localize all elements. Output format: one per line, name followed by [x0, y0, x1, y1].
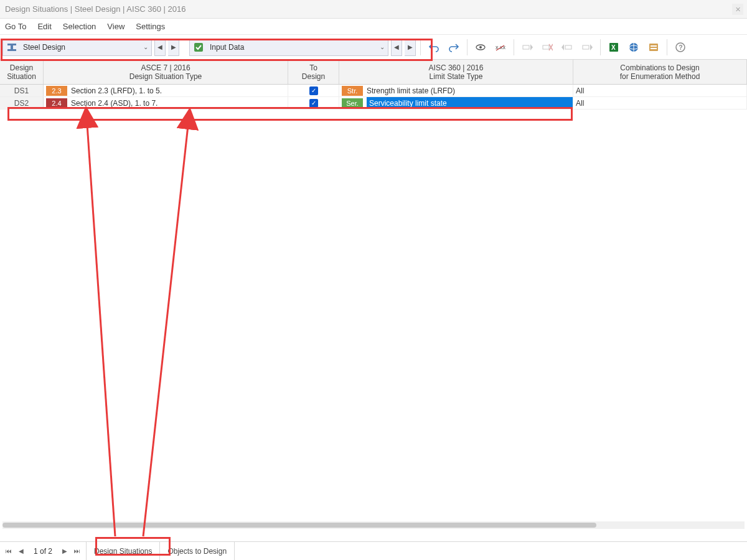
pager-first-button[interactable]: ⏮ — [4, 545, 14, 558]
move-left-button[interactable] — [558, 39, 576, 56]
grid: Design Situation ASCE 7 | 2016 Design Si… — [0, 60, 747, 535]
row-id: DS2 — [0, 97, 44, 109]
checkbox-icon[interactable]: ✓ — [309, 99, 318, 108]
type-badge: 2.4 — [46, 98, 67, 108]
menu-view[interactable]: View — [107, 22, 125, 31]
menu-goto[interactable]: Go To — [5, 22, 26, 31]
close-button[interactable]: ✕ — [732, 4, 743, 15]
cell-limit-state[interactable]: Ser. Serviceability limit state — [339, 97, 573, 109]
combo2-prev-button[interactable]: ◀ — [391, 39, 402, 56]
pager-last-button[interactable]: ⏭ — [72, 545, 82, 558]
menu-settings[interactable]: Settings — [136, 22, 165, 31]
combo1-prev-button[interactable]: ◀ — [154, 39, 166, 56]
menu-edit[interactable]: Edit — [37, 22, 51, 31]
move-right-button[interactable] — [578, 39, 596, 56]
input-data-icon — [191, 40, 206, 55]
separator — [420, 39, 421, 55]
footer: ⏮ ◀ 1 of 2 ▶ ⏭ Design Situations Objects… — [0, 541, 747, 560]
pager-next-button[interactable]: ▶ — [60, 545, 70, 558]
limit-text-selected: Serviceability limit state — [367, 97, 573, 109]
svg-rect-0 — [194, 43, 203, 52]
pager: ⏮ ◀ 1 of 2 ▶ ⏭ — [0, 542, 87, 560]
svg-rect-17 — [651, 45, 657, 47]
table-row[interactable]: DS1 2.3 Section 2.3 (LRFD), 1. to 5. ✓ S… — [0, 85, 747, 97]
header-combinations[interactable]: Combinations to Design for Enumeration M… — [573, 60, 747, 84]
limit-text: Strength limit state (LRFD) — [367, 86, 455, 95]
svg-rect-16 — [649, 44, 658, 51]
web-button[interactable] — [625, 39, 642, 56]
header-to-design[interactable]: To Design — [288, 60, 339, 84]
cell-to-design[interactable]: ✓ — [288, 85, 339, 96]
cell-situation-type[interactable]: 2.3 Section 2.3 (LRFD), 1. to 5. — [44, 85, 288, 96]
combo-label: Steel Design — [19, 43, 140, 52]
cell-to-design[interactable]: ✓ — [288, 97, 339, 109]
grid-header: Design Situation ASCE 7 | 2016 Design Si… — [0, 60, 747, 85]
titlebar: Design Situations | Steel Design | AISC … — [0, 0, 747, 19]
combo1-next-button[interactable]: ▶ — [168, 39, 179, 56]
pager-label: 1 of 2 — [29, 547, 57, 556]
table-row[interactable]: DS2 2.4 Section 2.4 (ASD), 1. to 7. ✓ Se… — [0, 97, 747, 110]
checkbox-icon[interactable]: ✓ — [309, 86, 318, 95]
cell-combinations[interactable]: All — [573, 85, 747, 96]
steel-beam-icon — [4, 40, 19, 55]
row-id: DS1 — [0, 85, 44, 96]
separator — [667, 39, 667, 55]
settings-dialog-button[interactable] — [645, 39, 662, 56]
combo2-next-button[interactable]: ▶ — [405, 39, 416, 56]
chevron-down-icon: ⌄ — [140, 44, 151, 50]
horizontal-scrollbar[interactable] — [2, 521, 745, 529]
tab-design-situations[interactable]: Design Situations — [87, 542, 160, 560]
chevron-down-icon: ⌄ — [377, 44, 388, 50]
undo-button[interactable] — [425, 39, 443, 56]
header-limit-state[interactable]: AISC 360 | 2016 Limit State Type — [339, 60, 573, 84]
svg-rect-9 — [565, 45, 571, 49]
tab-objects-to-design[interactable]: Objects to Design — [160, 542, 235, 560]
scrollbar-thumb[interactable] — [2, 523, 596, 528]
menu-selection[interactable]: Selection — [63, 22, 96, 31]
svg-point-2 — [479, 46, 482, 49]
redo-button[interactable] — [445, 39, 463, 56]
design-type-combo[interactable]: Steel Design ⌄ — [2, 39, 152, 56]
insert-row-button[interactable] — [519, 39, 536, 56]
type-text: Section 2.4 (ASD), 1. to 7. — [71, 99, 157, 108]
cell-situation-type[interactable]: 2.4 Section 2.4 (ASD), 1. to 7. — [44, 97, 288, 109]
cell-limit-state[interactable]: Str. Strength limit state (LRFD) — [339, 85, 573, 96]
window-title: Design Situations | Steel Design | AISC … — [5, 4, 186, 14]
svg-rect-18 — [651, 48, 657, 49]
svg-text:X: X — [611, 44, 616, 51]
svg-text:?: ? — [679, 44, 683, 51]
toolbar: Steel Design ⌄ ◀ ▶ Input Data ⌄ ◀ ▶ x.xx — [0, 35, 747, 60]
data-type-combo[interactable]: Input Data ⌄ — [189, 39, 388, 56]
limit-badge: Ser. — [342, 98, 363, 108]
svg-rect-10 — [583, 45, 589, 49]
separator — [467, 39, 467, 55]
help-button[interactable]: ? — [672, 39, 689, 56]
type-badge: 2.3 — [46, 86, 67, 96]
grid-body: DS1 2.3 Section 2.3 (LRFD), 1. to 5. ✓ S… — [0, 85, 747, 110]
svg-rect-5 — [523, 45, 529, 49]
limit-badge: Str. — [342, 86, 363, 96]
header-situation-type[interactable]: ASCE 7 | 2016 Design Situation Type — [44, 60, 288, 84]
delete-row-button[interactable] — [538, 39, 556, 56]
cell-combinations[interactable]: All — [573, 97, 747, 109]
combo-label: Input Data — [206, 43, 377, 52]
export-excel-button[interactable]: X — [605, 39, 622, 56]
type-text: Section 2.3 (LRFD), 1. to 5. — [71, 86, 162, 95]
menubar: Go To Edit Selection View Settings — [0, 19, 747, 35]
header-design-situation[interactable]: Design Situation — [0, 60, 44, 84]
tabstrip: Design Situations Objects to Design — [87, 542, 235, 560]
separator — [514, 39, 514, 55]
show-hide-button[interactable] — [472, 39, 489, 56]
pager-prev-button[interactable]: ◀ — [16, 545, 26, 558]
decimal-places-button[interactable]: x.xx — [492, 39, 509, 56]
separator — [600, 39, 601, 55]
svg-rect-6 — [543, 45, 549, 49]
